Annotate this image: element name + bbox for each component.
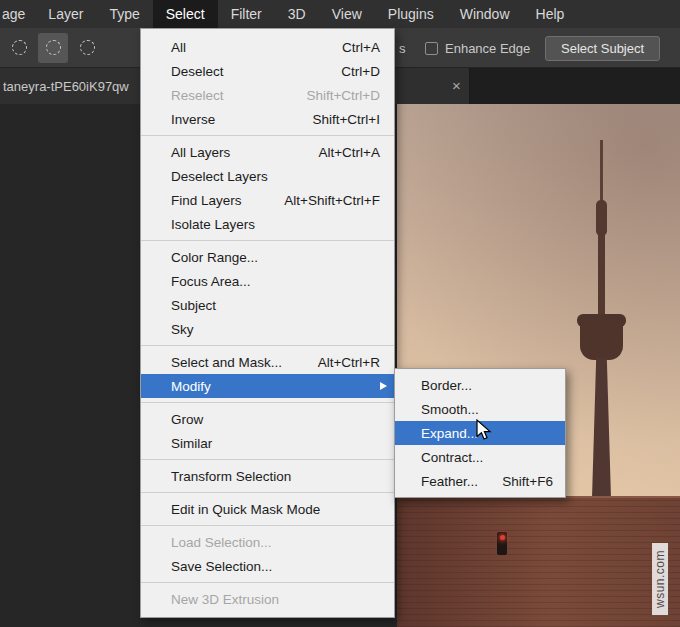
menu-item-select[interactable]: Select	[153, 0, 218, 28]
menu-item-shortcut: Shift+Ctrl+D	[282, 88, 380, 103]
menu-separator	[141, 402, 394, 403]
menu-item-image-partial[interactable]: age	[0, 0, 35, 28]
menu-item-label: Deselect	[171, 64, 224, 79]
select-menu-item-save-selection[interactable]: Save Selection...	[141, 554, 394, 578]
menu-separator	[141, 525, 394, 526]
modify-submenu-item-expand[interactable]: Expand...	[395, 421, 565, 445]
select-menu-item-load-selection: Load Selection...	[141, 530, 394, 554]
select-menu-item-transform-selection[interactable]: Transform Selection	[141, 464, 394, 488]
modify-submenu: Border... Smooth... Expand... Contract..…	[394, 368, 566, 498]
select-menu-item-all-layers[interactable]: All Layers Alt+Ctrl+A	[141, 140, 394, 164]
menu-item-3d[interactable]: 3D	[275, 0, 319, 28]
menu-item-label: Edit in Quick Mask Mode	[171, 502, 320, 517]
subtract-from-selection-button[interactable]	[72, 33, 102, 63]
menu-item-help[interactable]: Help	[523, 0, 578, 28]
modify-submenu-item-contract[interactable]: Contract...	[395, 445, 565, 469]
menu-item-label: Load Selection...	[171, 535, 272, 550]
tab-close-icon[interactable]: ×	[452, 77, 461, 94]
menu-item-label: Find Layers	[171, 193, 242, 208]
menu-item-label: Grow	[171, 412, 203, 427]
enhance-edge-label[interactable]: Enhance Edge	[445, 41, 530, 56]
select-menu-item-deselect[interactable]: Deselect Ctrl+D	[141, 59, 394, 83]
subtract-from-selection-icon	[80, 40, 95, 55]
menu-item-label: Modify	[171, 379, 211, 394]
menu-item-label: Transform Selection	[171, 469, 291, 484]
menu-item-shortcut: Shift+Ctrl+I	[288, 112, 380, 127]
add-to-selection-button[interactable]	[38, 33, 68, 63]
menu-item-shortcut: Shift+F6	[478, 474, 553, 489]
modify-submenu-item-border[interactable]: Border...	[395, 373, 565, 397]
menu-item-label: Reselect	[171, 88, 224, 103]
menu-item-label: Subject	[171, 298, 216, 313]
add-to-selection-icon	[46, 40, 61, 55]
menu-item-window[interactable]: Window	[447, 0, 523, 28]
new-selection-button[interactable]	[4, 33, 34, 63]
menu-separator	[141, 135, 394, 136]
menu-item-label: Select and Mask...	[171, 355, 282, 370]
menu-separator	[141, 459, 394, 460]
select-menu-item-focus-area[interactable]: Focus Area...	[141, 269, 394, 293]
menu-item-label: Focus Area...	[171, 274, 251, 289]
menu-item-layer[interactable]: Layer	[35, 0, 96, 28]
tab-title-left: taneyra-tPE60iK97qw	[3, 79, 129, 94]
menu-item-label: Isolate Layers	[171, 217, 255, 232]
select-menu-item-reselect: Reselect Shift+Ctrl+D	[141, 83, 394, 107]
partial-option-label: s	[399, 41, 406, 56]
menu-item-label: Save Selection...	[171, 559, 272, 574]
submenu-arrow-icon	[380, 382, 387, 390]
menu-item-label: Deselect Layers	[171, 169, 268, 184]
traffic-light-red	[500, 535, 505, 540]
menu-item-label: New 3D Extrusion	[171, 592, 279, 607]
menu-item-label: All Layers	[171, 145, 230, 160]
select-menu-item-sky[interactable]: Sky	[141, 317, 394, 341]
menu-item-label: Border...	[421, 378, 472, 393]
document-photo	[397, 104, 680, 627]
menu-item-type[interactable]: Type	[96, 0, 152, 28]
watermark: wsun.com	[652, 543, 668, 615]
cn-tower-pod	[580, 318, 623, 360]
cn-tower-shaft	[592, 358, 611, 498]
select-menu-item-deselect-layers[interactable]: Deselect Layers	[141, 164, 394, 188]
menu-item-label: All	[171, 40, 186, 55]
brick-building	[397, 498, 680, 627]
menu-separator	[141, 582, 394, 583]
select-menu-item-isolate-layers[interactable]: Isolate Layers	[141, 212, 394, 236]
select-menu-item-grow[interactable]: Grow	[141, 407, 394, 431]
select-menu-item-similar[interactable]: Similar	[141, 431, 394, 455]
menu-item-shortcut: Ctrl+A	[318, 40, 380, 55]
select-menu-item-find-layers[interactable]: Find Layers Alt+Shift+Ctrl+F	[141, 188, 394, 212]
menu-item-label: Similar	[171, 436, 212, 451]
menu-bar: age Layer Type Select Filter 3D View Plu…	[0, 0, 680, 28]
select-menu-item-color-range[interactable]: Color Range...	[141, 245, 394, 269]
select-menu-item-modify[interactable]: Modify	[141, 374, 394, 398]
cn-tower-skypod	[596, 200, 607, 236]
menu-item-filter[interactable]: Filter	[218, 0, 275, 28]
select-menu-item-new-3d-extrusion: New 3D Extrusion	[141, 587, 394, 611]
menu-separator	[141, 240, 394, 241]
menu-item-label: Sky	[171, 322, 194, 337]
cn-tower-mast	[598, 234, 605, 316]
menu-separator	[141, 492, 394, 493]
menu-item-shortcut: Alt+Ctrl+R	[294, 355, 380, 370]
select-menu-item-inverse[interactable]: Inverse Shift+Ctrl+I	[141, 107, 394, 131]
menu-item-shortcut: Ctrl+D	[317, 64, 380, 79]
photoshop-window: wsun.com taneyra-tPE60iK97qw GB/8) * × s…	[0, 0, 680, 627]
modify-submenu-item-smooth[interactable]: Smooth...	[395, 397, 565, 421]
menu-item-view[interactable]: View	[319, 0, 375, 28]
menu-item-label: Color Range...	[171, 250, 258, 265]
menu-item-label: Expand...	[421, 426, 478, 441]
menu-item-label: Feather...	[421, 474, 478, 489]
enhance-edge-checkbox[interactable]	[425, 42, 438, 55]
select-subject-button[interactable]: Select Subject	[545, 36, 660, 61]
modify-submenu-item-feather[interactable]: Feather... Shift+F6	[395, 469, 565, 493]
select-menu-item-all[interactable]: All Ctrl+A	[141, 35, 394, 59]
menu-item-label: Smooth...	[421, 402, 479, 417]
select-menu-item-edit-in-quick-mask-mode[interactable]: Edit in Quick Mask Mode	[141, 497, 394, 521]
select-dropdown-menu: All Ctrl+A Deselect Ctrl+D Reselect Shif…	[140, 28, 395, 618]
menu-separator	[141, 345, 394, 346]
menu-item-shortcut: Alt+Shift+Ctrl+F	[260, 193, 380, 208]
menu-item-shortcut: Alt+Ctrl+A	[294, 145, 380, 160]
menu-item-plugins[interactable]: Plugins	[375, 0, 447, 28]
select-menu-item-select-and-mask[interactable]: Select and Mask... Alt+Ctrl+R	[141, 350, 394, 374]
select-menu-item-subject[interactable]: Subject	[141, 293, 394, 317]
